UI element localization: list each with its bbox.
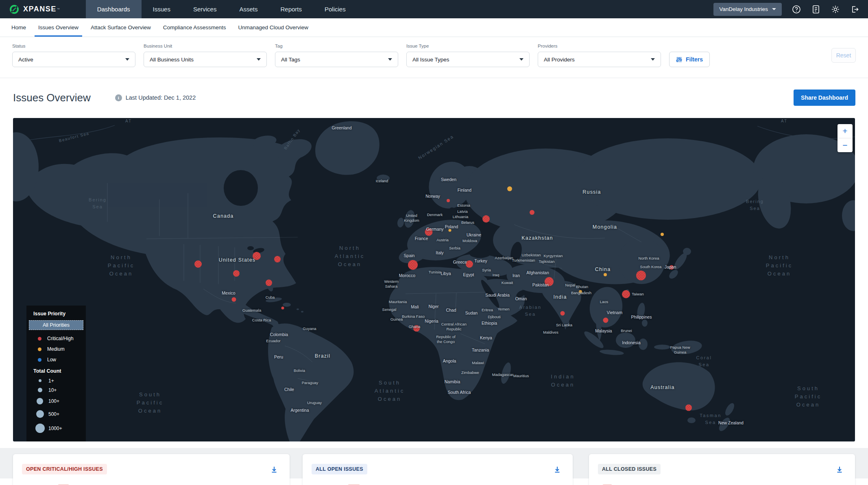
legend-priority-label: Medium [47, 346, 65, 352]
filter-select-tag[interactable]: All Tags [275, 52, 398, 67]
documentation-icon[interactable] [811, 4, 821, 14]
page-title: Issues Overview [13, 92, 91, 104]
map-issue-dot-critical[interactable] [670, 265, 674, 270]
map-issue-dot-texture [482, 215, 490, 223]
map-issue-dot-medium[interactable] [449, 229, 451, 232]
nav-tab-assets[interactable]: Assets [228, 0, 269, 18]
map-issue-dot-texture [413, 325, 420, 332]
zoom-out-button[interactable]: − [837, 138, 853, 152]
map-land-layer [13, 121, 855, 441]
settings-gear-icon[interactable] [831, 4, 840, 14]
issue-cards-band: OPEN CRITICAL/HIGH ISSUESALL OPEN ISSUES… [0, 448, 868, 478]
brand: XPANSE ™ [0, 0, 70, 18]
zoom-in-button[interactable]: + [837, 124, 853, 138]
count-circle-icon [38, 388, 42, 392]
map-issue-dot-critical[interactable] [232, 297, 236, 302]
filter-select-business-unit[interactable]: All Business Units [144, 52, 267, 67]
legend-count-label: 1000+ [48, 426, 62, 431]
dashboard-tab-issues-overview[interactable]: Issues Overview [32, 18, 85, 37]
filter-select-status[interactable]: Active [12, 52, 135, 67]
map-issue-dot-texture [194, 260, 202, 268]
open-critical-high-issues-card: OPEN CRITICAL/HIGH ISSUES [13, 454, 290, 485]
filter-value-tag: All Tags [281, 57, 300, 63]
download-icon[interactable] [269, 465, 279, 474]
sign-out-icon[interactable] [850, 4, 860, 14]
dashboard-tab-home[interactable]: Home [5, 18, 32, 37]
legend-count-rows: 1+10+100+500+1000+ [32, 376, 80, 436]
map-issue-dot-critical[interactable] [281, 307, 284, 310]
download-icon[interactable] [552, 465, 562, 474]
map-issue-dot-medium[interactable] [507, 186, 512, 191]
filters-button[interactable]: Filters [669, 52, 710, 67]
xpanse-logo-icon [9, 4, 20, 15]
count-circle-icon [37, 398, 43, 404]
world-map[interactable]: ATATBeaufort SeaBaffin BayNorwegian SeaB… [13, 118, 855, 441]
filter-fields: StatusActiveBusiness UnitAll Business Un… [12, 44, 669, 67]
share-dashboard-button[interactable]: Share Dashboard [794, 90, 855, 106]
medium-dot-icon [38, 347, 41, 351]
map-canvas[interactable] [13, 118, 855, 441]
dashboard-tab-compliance-assessments[interactable]: Compliance Assessments [157, 18, 232, 37]
download-icon[interactable] [835, 465, 844, 474]
map-issue-dot-texture [274, 256, 281, 262]
chevron-down-icon [388, 58, 392, 61]
legend-priority-label: Critical/High [47, 336, 74, 341]
brand-name: XPANSE [23, 5, 57, 13]
org-selector-button[interactable]: VanDelay Industries [713, 3, 782, 16]
map-issue-dot-texture [685, 404, 692, 411]
map-issue-dot-medium[interactable] [579, 290, 582, 293]
filter-field-providers: ProvidersAll Providers [538, 44, 661, 67]
legend-count-label: 100+ [48, 398, 59, 404]
dashboard-tab-attack-surface-overview[interactable]: Attack Surface Overview [85, 18, 157, 37]
map-issue-dot-texture [636, 271, 646, 280]
map-issue-dot-texture [545, 277, 554, 286]
legend-priority-low[interactable]: Low [32, 354, 80, 365]
nav-tab-dashboards[interactable]: Dashboards [86, 0, 142, 18]
legend-priority-rows: Critical/HighMediumLow [32, 333, 80, 365]
dashboard-content: Issues Overview i Last Updated: Dec 1, 2… [0, 78, 868, 441]
filter-field-issue-type: Issue TypeAll Issue Types [406, 44, 530, 67]
map-issue-dot-texture [266, 280, 272, 286]
nav-tab-reports[interactable]: Reports [269, 0, 313, 18]
filter-select-issue-type[interactable]: All Issue Types [406, 52, 530, 67]
help-icon[interactable] [792, 4, 801, 14]
filter-label-providers: Providers [538, 44, 661, 48]
top-navigation-bar: XPANSE ™ DashboardsIssuesServicesAssetsR… [0, 0, 868, 18]
map-issue-dot-medium[interactable] [661, 233, 664, 236]
chevron-down-icon [519, 58, 523, 61]
legend-priority-label: Low [47, 357, 56, 363]
nav-tab-policies[interactable]: Policies [313, 0, 357, 18]
card-title-badge: ALL CLOSED ISSUES [598, 464, 661, 474]
filter-label-issue-type: Issue Type [406, 44, 530, 48]
filter-field-status: StatusActive [12, 44, 135, 67]
legend-priority-medium[interactable]: Medium [32, 344, 80, 354]
map-issue-dot-medium[interactable] [604, 273, 607, 276]
filter-field-tag: TagAll Tags [275, 44, 398, 67]
chevron-down-icon [257, 58, 261, 61]
card-title-badge: ALL OPEN ISSUES [312, 464, 367, 474]
dashboard-tab-unmanaged-cloud-overview[interactable]: Unmanaged Cloud Overview [232, 18, 314, 37]
nav-tab-services[interactable]: Services [182, 0, 228, 18]
filters-bar: StatusActiveBusiness UnitAll Business Un… [0, 37, 868, 78]
legend-count-label: 1+ [48, 378, 54, 384]
filters-button-label: Filters [686, 56, 703, 63]
map-issue-dot-critical[interactable] [603, 318, 608, 323]
critical-high-dot-icon [38, 337, 41, 341]
map-issue-dot-critical[interactable] [530, 210, 534, 215]
filter-value-business-unit: All Business Units [150, 57, 194, 63]
reset-button[interactable]: Reset [831, 48, 856, 63]
legend-priority-critical-high[interactable]: Critical/High [32, 333, 80, 344]
map-issue-dot-critical[interactable] [560, 311, 565, 316]
map-issue-dot-critical[interactable] [447, 199, 450, 202]
filter-select-providers[interactable]: All Providers [538, 52, 661, 67]
xpanse-app: XPANSE ™ DashboardsIssuesServicesAssetsR… [0, 0, 868, 478]
count-circle-box [35, 398, 45, 404]
filter-value-status: Active [18, 57, 33, 63]
count-circle-icon [35, 424, 45, 433]
count-circle-box [35, 379, 45, 382]
count-circle-box [35, 410, 45, 418]
legend-all-priorities[interactable]: All Priorities [29, 320, 83, 330]
map-legend: Issue Priority All Priorities Critical/H… [26, 306, 86, 441]
filter-field-business-unit: Business UnitAll Business Units [144, 44, 267, 67]
nav-tab-issues[interactable]: Issues [142, 0, 182, 18]
